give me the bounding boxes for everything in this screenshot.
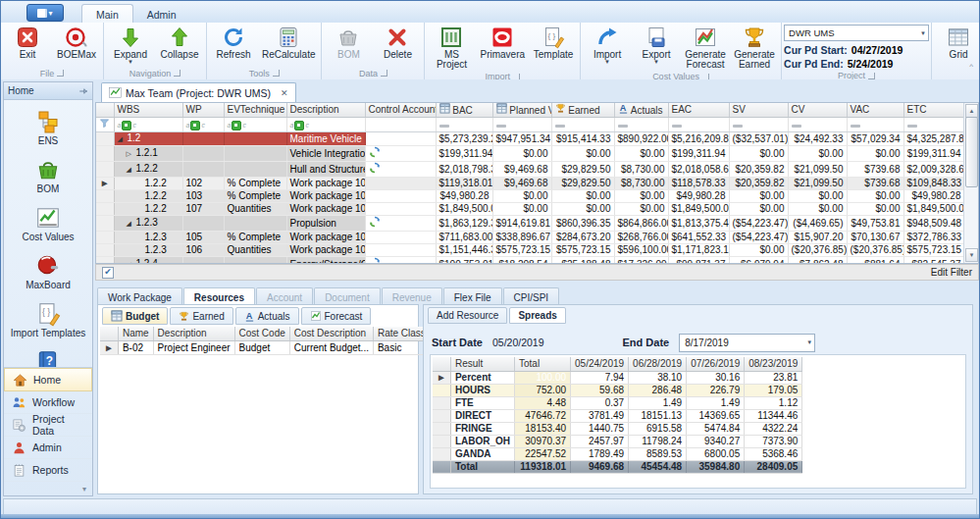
dialog-launcher-icon[interactable] — [273, 70, 280, 77]
spread-column-result[interactable]: Result — [450, 357, 514, 371]
generate-earned-button[interactable]: Generate Earned — [730, 24, 779, 72]
dialog-launcher-icon[interactable] — [57, 70, 64, 77]
collapse-node-icon[interactable]: ◢ — [118, 133, 128, 145]
column-header-eac[interactable]: EAC — [668, 103, 729, 118]
nav-item-workflow[interactable]: Workflow — [4, 391, 92, 414]
template-button[interactable]: { }Template — [529, 24, 578, 62]
spread-row-percent[interactable]: ►Percent100.007.9438.1030.1623.81 — [433, 371, 802, 384]
filter-cell[interactable] — [551, 118, 614, 132]
filter-cell[interactable] — [365, 118, 436, 132]
spread-row-fringe[interactable]: FRINGE18153.401440.756915.585474.844322.… — [433, 422, 802, 435]
filter-cell[interactable]: ac — [286, 118, 365, 132]
grid-row[interactable]: 1.2.2103% CompleteWork package 103$49,98… — [96, 190, 964, 203]
column-header-control-account[interactable]: Control Account — [365, 103, 436, 118]
spread-row-labor-oh[interactable]: LABOR_OH30970.372457.9711798.249340.2773… — [433, 435, 802, 447]
primavera-button[interactable]: Primavera — [476, 24, 529, 62]
grid-row[interactable]: ◢1.2.4Energy/Storage/Conv...$100,753.01$… — [96, 257, 964, 265]
column-header-wp[interactable]: WP — [182, 103, 224, 118]
grid-row[interactable]: ▷1.2.1Vehicle Integration, A...$199,311.… — [96, 146, 964, 162]
spread-row-fte[interactable]: FTE4.480.371.491.491.12 — [433, 396, 802, 409]
spread-row-total[interactable]: Total119318.019469.6845454.4835984.80284… — [433, 460, 802, 473]
spread-row-ganda[interactable]: GANDA22547.521789.498589.536800.055368.4… — [433, 447, 802, 460]
scroll-up-icon[interactable]: ▲ — [965, 104, 978, 118]
dialog-launcher-icon[interactable] — [702, 74, 709, 80]
filter-cell[interactable] — [903, 118, 964, 132]
resource-row[interactable]: ►B-02Project EngineerBudgetCurrent Budge… — [100, 340, 430, 354]
nav-item-home[interactable]: Home — [4, 368, 92, 391]
spread-column-08-23-2019[interactable]: 08/23/2019 — [745, 357, 802, 371]
ms-project-button[interactable]: MS Project — [427, 24, 476, 72]
spread-column-05-24-2019[interactable]: 05/24/2019 — [571, 357, 629, 371]
sidebar-item-import-templates[interactable]: { }Import Templates — [4, 296, 92, 344]
end-date-combobox[interactable]: 8/17/2019▼ — [679, 334, 815, 352]
spread-tab-spreads[interactable]: Spreads — [509, 307, 565, 324]
dialog-launcher-icon[interactable] — [381, 70, 387, 77]
grid-vertical-scrollbar[interactable]: ▲ ▼ — [963, 103, 978, 263]
application-menu-button[interactable]: ▾ — [26, 4, 64, 22]
filter-cell[interactable]: ac — [114, 118, 182, 132]
cost-tab-budget[interactable]: Budget — [102, 307, 168, 325]
collapse-node-icon[interactable]: ◢ — [127, 218, 136, 230]
document-tab[interactable]: Max Team (Project: DWR UMS) ✕ — [101, 82, 296, 102]
close-icon[interactable]: ✕ — [281, 88, 288, 98]
ribbon-tab-admin[interactable]: Admin — [133, 4, 190, 23]
expand-button[interactable]: Expand▼ — [106, 24, 155, 67]
column-header-vac[interactable]: VAC — [847, 103, 903, 118]
grid-row[interactable]: 1.2.2107QuantitiesWork package 107 - ...… — [96, 203, 964, 216]
grid-row[interactable]: ◢1.2Maritime Vehicle$5,273,239.20$947,95… — [96, 132, 964, 146]
column-header-etc[interactable]: ETC — [903, 103, 964, 118]
cost-tab-forecast[interactable]: Forecast — [301, 307, 372, 325]
spread-row-direct[interactable]: DIRECT47646.723781.4918151.1314369.65113… — [433, 409, 802, 422]
column-header-actuals[interactable]: A Actuals — [614, 103, 668, 118]
scroll-thumb[interactable] — [965, 117, 978, 187]
export-button[interactable]: Export▼ — [632, 24, 681, 67]
dialog-launcher-icon[interactable] — [174, 70, 181, 77]
detail-tab-flex-file[interactable]: Flex File — [443, 287, 502, 304]
spread-column-total[interactable]: Total — [515, 357, 571, 371]
filter-cell[interactable] — [492, 118, 551, 132]
sidebar-item-bom[interactable]: BOM — [4, 152, 92, 200]
spread-row-hours[interactable]: HOURS752.0059.68286.48226.79179.05 — [433, 384, 802, 396]
dialog-launcher-icon[interactable] — [868, 73, 875, 79]
exit-button[interactable]: Exit — [3, 24, 52, 62]
sidebar-chevron-icon[interactable]: ▾ — [82, 485, 86, 493]
detail-tab-cpi-spi[interactable]: CPI/SPI — [503, 287, 560, 304]
generate-forecast-button[interactable]: Generate Forecast — [681, 24, 730, 72]
dialog-launcher-icon[interactable] — [513, 74, 520, 80]
resource-column-name[interactable]: Name — [118, 327, 153, 340]
dwr-ums-combobox[interactable]: DWR UMS▼ — [784, 25, 929, 41]
grid-row[interactable]: 1.2.3105% CompleteWork package 105$711,6… — [96, 232, 964, 244]
spread-column-07-26-2019[interactable]: 07/26/2019 — [687, 357, 745, 371]
filter-cell[interactable] — [788, 118, 847, 132]
resource-column-rate-class[interactable]: Rate Class — [373, 327, 430, 340]
collapse-node-icon[interactable]: ◢ — [127, 164, 136, 176]
resource-column-description[interactable]: Description — [153, 327, 234, 340]
expand-node-icon[interactable]: ▷ — [127, 148, 136, 160]
pin-icon[interactable] — [78, 86, 88, 96]
column-header-wbs[interactable]: WBS — [114, 103, 182, 118]
column-header-description[interactable]: Description — [286, 103, 365, 118]
boemax-button[interactable]: BOEMax — [52, 24, 101, 62]
edit-filter-link[interactable]: Edit Filter — [931, 267, 972, 278]
sidebar-item-cost-values[interactable]: Cost Values — [4, 200, 92, 248]
grid-row[interactable]: 1.2.3106QuantitiesWork package 106 - ...… — [96, 244, 964, 257]
column-header-cv[interactable]: CV — [788, 103, 847, 118]
column-header-earned[interactable]: Earned — [551, 103, 614, 118]
filter-cell[interactable] — [668, 118, 729, 132]
nav-item-project-data[interactable]: Project Data — [4, 414, 92, 437]
nav-item-reports[interactable]: Reports — [4, 459, 92, 482]
filter-cell[interactable] — [614, 118, 668, 132]
spread-tab-add-resource[interactable]: Add Resource — [428, 307, 507, 324]
cost-tab-actuals[interactable]: AActuals — [235, 307, 299, 325]
recalculate-button[interactable]: ReCalculate — [258, 24, 319, 62]
spread-column-06-28-2019[interactable]: 06/28/2019 — [629, 357, 687, 371]
filter-cell[interactable]: ac — [182, 118, 224, 132]
filter-cell[interactable]: ac — [224, 118, 286, 132]
sidebar-item-ens[interactable]: ENS — [4, 104, 92, 152]
delete-button[interactable]: Delete — [373, 24, 422, 62]
sidebar-item-maxboard[interactable]: MaxBoard — [4, 248, 92, 296]
refresh-button[interactable]: Refresh — [209, 24, 258, 62]
detail-tab-resources[interactable]: Resources — [183, 287, 255, 304]
column-header-evtechnique[interactable]: EVTechnique — [224, 103, 286, 118]
resource-column-cost-code[interactable]: Cost Code — [234, 327, 289, 340]
